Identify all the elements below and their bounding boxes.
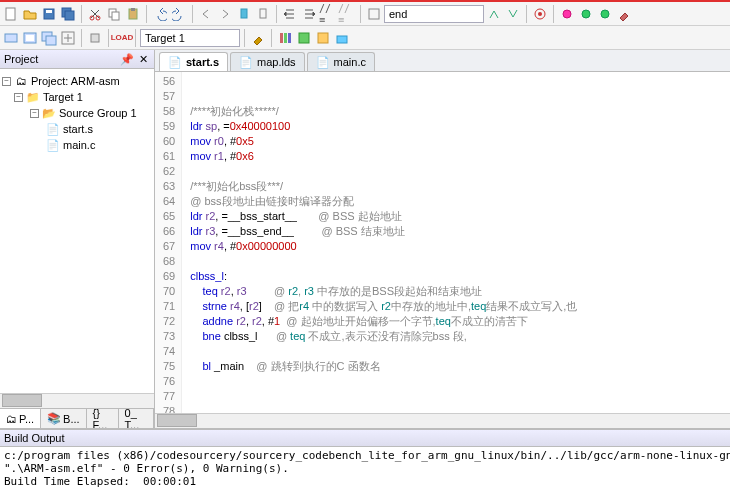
svg-rect-4 [65,11,74,20]
svg-rect-8 [112,12,119,20]
manage-rte-button[interactable] [295,29,313,47]
tree-root[interactable]: − 🗂 Project: ARM-asm [2,73,152,89]
bookmark-toggle-button[interactable] [235,5,253,23]
svg-rect-21 [26,35,34,41]
batch-build-button[interactable] [59,29,77,47]
file-tab-start-s[interactable]: 📄start.s [159,52,228,71]
redo-button[interactable] [170,5,188,23]
build-output-title: Build Output [0,430,730,447]
pack-installer-button[interactable] [333,29,351,47]
debug-button[interactable] [531,5,549,23]
expander-icon[interactable]: − [2,77,11,86]
tree-file-label: start.s [63,123,93,135]
translate-button[interactable] [2,29,20,47]
project-panel-title-text: Project [4,53,38,65]
svg-rect-23 [46,36,56,45]
project-icon: 🗂 [14,74,28,88]
code-editor[interactable]: 5657585960616263646566676869707172737475… [155,72,730,413]
bookmark-clear-button[interactable] [254,5,272,23]
tree-target-label: Target 1 [43,91,83,103]
rebuild-button[interactable] [40,29,58,47]
find-next-button[interactable] [504,5,522,23]
editor-area: 📄start.s📄map.lds📄main.c 5657585960616263… [155,50,730,428]
project-bottom-tabs: 🗂 P... 📚 B... {} F... 0_ T... [0,408,154,428]
code-content[interactable]: /****初始化栈*****/ldr sp, =0x40000100mov r0… [182,72,585,413]
file-icon: 📄 [46,122,60,136]
undo-button[interactable] [151,5,169,23]
svg-rect-2 [46,10,52,13]
expander-icon[interactable]: − [30,109,39,118]
svg-point-16 [563,10,571,18]
tree-root-label: Project: ARM-asm [31,75,120,87]
save-all-button[interactable] [59,5,77,23]
tab-functions[interactable]: {} F... [87,409,119,428]
find-combo[interactable]: end [384,5,484,23]
tree-group-label: Source Group 1 [59,107,137,119]
build-output-body[interactable]: c:/program files (x86)/codesourcery/sour… [0,447,730,500]
find-button[interactable] [365,5,383,23]
tab-templates[interactable]: 0_ T... [119,409,154,428]
find-value: end [389,8,407,20]
file-tabs: 📄start.s📄map.lds📄main.c [155,50,730,72]
svg-rect-11 [241,9,247,18]
project-tree[interactable]: − 🗂 Project: ARM-asm − 📁 Target 1 − 📂 So… [0,69,154,393]
svg-point-18 [601,10,609,18]
svg-rect-28 [288,33,291,43]
svg-rect-10 [131,8,135,11]
svg-rect-30 [318,33,328,43]
main-area: Project 📌 ✕ − 🗂 Project: ARM-asm − 📁 Tar… [0,50,730,428]
svg-rect-31 [337,36,347,43]
panel-close-icon[interactable]: ✕ [136,52,150,66]
tree-group[interactable]: − 📂 Source Group 1 [2,105,152,121]
config2-button[interactable] [577,5,595,23]
folder-icon: 📂 [42,106,56,120]
file-icon: 📄 [46,138,60,152]
manage-books-button[interactable] [276,29,294,47]
uncomment-button[interactable]: //≡ [338,5,356,23]
editor-hscroll[interactable] [155,413,730,428]
open-file-button[interactable] [21,5,39,23]
tab-project[interactable]: 🗂 P... [0,409,41,428]
svg-point-15 [538,12,542,16]
line-gutter: 5657585960616263646566676869707172737475… [155,72,182,413]
svg-rect-25 [91,34,99,42]
svg-rect-27 [284,33,287,43]
indent-button[interactable] [281,5,299,23]
stop-build-button[interactable] [86,29,104,47]
paste-button[interactable] [124,5,142,23]
svg-rect-12 [260,9,266,18]
save-button[interactable] [40,5,58,23]
build-button[interactable] [21,29,39,47]
target-icon: 📁 [26,90,40,104]
build-output-panel: Build Output c:/program files (x86)/code… [0,428,730,500]
target-combo[interactable]: Target 1 [140,29,240,47]
copy-button[interactable] [105,5,123,23]
download-button[interactable]: LOAD [113,29,131,47]
bookmark-next-button[interactable] [216,5,234,23]
cut-button[interactable] [86,5,104,23]
bookmark-prev-button[interactable] [197,5,215,23]
tools-button[interactable] [615,5,633,23]
config1-button[interactable] [558,5,576,23]
file-icon: 📄 [239,55,253,69]
svg-rect-26 [280,33,283,43]
find-prev-button[interactable] [485,5,503,23]
tree-file[interactable]: 📄 main.c [2,137,152,153]
tree-target[interactable]: − 📁 Target 1 [2,89,152,105]
file-tab-map-lds[interactable]: 📄map.lds [230,52,305,71]
new-file-button[interactable] [2,5,20,23]
project-panel: Project 📌 ✕ − 🗂 Project: ARM-asm − 📁 Tar… [0,50,155,428]
select-packs-button[interactable] [314,29,332,47]
expander-icon[interactable]: − [14,93,23,102]
target-value: Target 1 [145,32,185,44]
config3-button[interactable] [596,5,614,23]
tab-books[interactable]: 📚 B... [41,409,87,428]
svg-rect-19 [5,34,17,42]
unindent-button[interactable] [300,5,318,23]
svg-point-17 [582,10,590,18]
options-button[interactable] [249,29,267,47]
tree-file[interactable]: 📄 start.s [2,121,152,137]
comment-button[interactable]: //≡ [319,5,337,23]
file-tab-main-c[interactable]: 📄main.c [307,52,375,71]
panel-pin-icon[interactable]: 📌 [120,52,134,66]
